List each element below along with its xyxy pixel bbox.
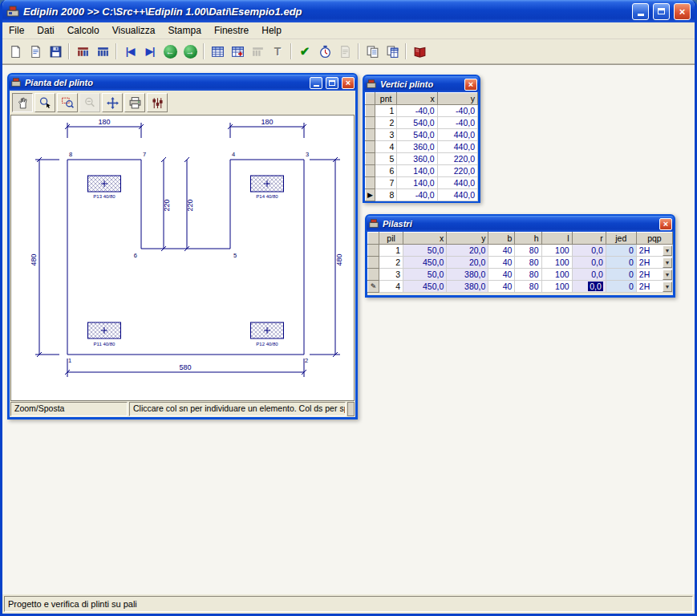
col-header-h[interactable]: h [515,233,541,245]
cell-x[interactable]: 50,0 [403,269,447,281]
t-section-button[interactable]: T [268,42,287,61]
cell-pqp[interactable]: 2H▼ [636,281,672,293]
cell-h[interactable]: 80 [515,269,541,281]
cell-y[interactable]: 440,0 [437,141,477,153]
pilastri-close-button[interactable]: × [659,218,672,230]
pianta-titlebar[interactable]: Pianta del plinto × [9,75,356,91]
row-selector[interactable] [366,105,375,117]
table-row[interactable]: 5360,0220,0 [366,153,478,165]
row-selector-edit[interactable]: ✎ [368,281,379,293]
cell-pnt[interactable]: 6 [375,165,397,177]
cell-jed[interactable]: 0 [606,257,636,269]
col-header-pnt[interactable]: pnt [375,93,397,105]
drawing-canvas[interactable]: 180 180 480 480 220 220 580 1 2 3 4 5 [10,115,355,401]
col-header-x[interactable]: x [397,93,437,105]
col-header-b[interactable]: b [488,233,515,245]
menu-help[interactable]: Help [255,23,288,38]
minimize-button[interactable] [632,3,649,20]
table-red-button[interactable] [73,42,92,61]
col-header-pqp[interactable]: pqp [636,233,672,245]
col-header-y[interactable]: y [437,93,477,105]
vertici-titlebar[interactable]: Vertici plinto × [364,76,479,92]
cell-y[interactable]: 440,0 [437,177,477,189]
pianta-close-button[interactable]: × [342,77,355,89]
cell-x[interactable]: 140,0 [397,165,437,177]
help-button[interactable] [410,42,429,61]
nav-next-button[interactable]: → [180,42,200,61]
row-selector[interactable] [366,129,375,141]
pillar-p13[interactable] [88,176,121,192]
cell-pil[interactable]: 1 [379,245,403,257]
cell-pnt[interactable]: 2 [375,117,397,129]
dropdown-arrow-icon[interactable]: ▼ [663,270,672,280]
row-selector[interactable] [366,141,375,153]
pianta-minimize-button[interactable] [310,77,322,89]
cell-x[interactable]: 360,0 [397,153,437,165]
menu-finestre[interactable]: Finestre [208,23,255,38]
new-button[interactable] [6,42,25,61]
save-button[interactable] [46,42,65,61]
grid-edit-button[interactable] [228,42,247,61]
row-selector[interactable] [366,117,375,129]
table-row[interactable]: 6140,0220,0 [366,165,478,177]
cell-r[interactable]: 0,0 [572,269,606,281]
copy-button[interactable] [363,42,382,61]
grid-button[interactable] [208,42,227,61]
hand-tool-button[interactable] [12,93,33,112]
cell-y[interactable]: 220,0 [437,165,477,177]
cell-pqp[interactable]: 2H▼ [636,269,672,281]
cell-y[interactable]: 20,0 [447,245,488,257]
zoom-select-button[interactable] [34,93,55,112]
plinth-plan-drawing[interactable]: 180 180 480 480 220 220 580 1 2 3 4 5 [11,116,354,398]
pillar-p14[interactable] [251,176,284,192]
table-row[interactable]: 2 450,0 20,0 40 80 100 0,0 0 2H▼ [368,257,673,269]
cell-r[interactable]: 0,0 [572,257,606,269]
col-header-pil[interactable]: pil [379,233,403,245]
row-selector[interactable] [366,153,375,165]
table-row[interactable]: 7140,0440,0 [366,177,478,189]
cell-pnt[interactable]: 1 [375,105,397,117]
open-button[interactable] [26,42,45,61]
cell-y[interactable]: -40,0 [437,105,477,117]
cell-x[interactable]: 540,0 [397,117,437,129]
cell-x[interactable]: -40,0 [397,189,437,201]
cell-b[interactable]: 40 [488,269,515,281]
cell-jed[interactable]: 0 [606,245,636,257]
zoom-window-button[interactable] [57,93,78,112]
pilastri-titlebar[interactable]: Pilastri × [367,216,674,232]
cell-l[interactable]: 100 [541,257,572,269]
cell-pqp[interactable]: 2H▼ [636,245,672,257]
cell-b[interactable]: 40 [488,281,515,293]
cell-y[interactable]: 380,0 [447,281,488,293]
dropdown-arrow-icon[interactable]: ▼ [663,282,672,292]
cell-h[interactable]: 80 [515,281,541,293]
table-row[interactable]: 3540,0440,0 [366,129,478,141]
levels-button[interactable] [147,93,168,112]
menu-visualizza[interactable]: Visualizza [106,23,162,38]
cell-l[interactable]: 100 [541,245,572,257]
pianta-maximize-button[interactable] [326,77,338,89]
row-selector[interactable] [368,245,379,257]
cell-x[interactable]: 50,0 [403,245,447,257]
columns-button[interactable] [248,42,267,61]
nav-prev-button[interactable]: ← [160,42,180,61]
cell-pnt[interactable]: 3 [375,129,397,141]
dropdown-arrow-icon[interactable]: ▼ [663,257,672,268]
cell-b[interactable]: 40 [488,245,515,257]
report-button[interactable] [335,42,355,61]
menu-dati[interactable]: Dati [30,23,60,38]
cell-pnt[interactable]: 7 [375,177,397,189]
cell-y[interactable]: 380,0 [447,269,488,281]
print-drawing-button[interactable] [124,93,145,112]
cell-x[interactable]: 450,0 [403,257,447,269]
close-button[interactable]: × [674,3,691,20]
cell-x[interactable]: 540,0 [397,129,437,141]
cell-pnt[interactable]: 4 [375,141,397,153]
cell-h[interactable]: 80 [515,257,541,269]
cell-h[interactable]: 80 [515,245,541,257]
menu-calcolo[interactable]: Calcolo [61,23,106,38]
cell-y[interactable]: 440,0 [437,129,477,141]
zoom-out-button[interactable] [79,93,100,112]
maximize-button[interactable] [653,3,670,20]
pan-button[interactable] [102,93,123,112]
